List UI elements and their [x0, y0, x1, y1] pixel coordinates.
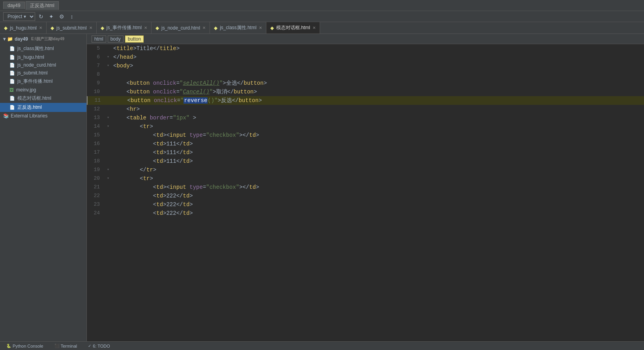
line-num-15: 15	[87, 131, 105, 140]
project-dropdown[interactable]: Project ▾	[3, 12, 35, 21]
breadcrumb-body[interactable]: body	[108, 35, 124, 43]
line-fold-6[interactable]: ▾	[105, 53, 112, 61]
sidebar-item-meinv[interactable]: 🖼 meinv.jpg	[0, 86, 86, 94]
tab-js-hugu[interactable]: ◆ js_hugu.html ✕	[0, 22, 47, 34]
js-node-curd-close[interactable]: ✕	[202, 26, 206, 30]
day49-title-tab[interactable]: day49	[3, 2, 25, 9]
line-num-19: 19	[87, 166, 105, 174]
sidebar-item-js-events[interactable]: 📄 js_事件传播.html	[0, 77, 86, 86]
line-code-11: <button onclick="reverse()">反选</button>	[112, 96, 644, 105]
js-events-file-label: js_事件传播.html	[17, 78, 52, 85]
tab-js-node-curd[interactable]: ◆ js_node_curd.html ✕	[152, 22, 210, 34]
line-code-24: <td>222</td>	[112, 209, 644, 218]
tab-js-class[interactable]: ◆ js_class属性.html ✕	[210, 22, 266, 34]
sidebar-root-folder[interactable]: ▾ 📁 day49 E:\脱产三期\day49	[0, 34, 86, 44]
bottom-bar: 🐍 Python Console ⬛ Terminal ✓ 6: TODO	[0, 341, 644, 350]
line-code-14: <tr>	[112, 122, 644, 131]
js-hugu-label: js_hugu.html	[10, 25, 37, 31]
js-events-file-icon: 📄	[9, 79, 15, 84]
line-num-24: 24	[87, 209, 105, 218]
ext-lib-label: External Libraries	[11, 113, 47, 119]
line-num-20: 20	[87, 174, 105, 183]
breadcrumb-html[interactable]: html	[92, 35, 106, 43]
sidebar-item-external-libraries[interactable]: 📚 External Libraries	[0, 112, 86, 120]
line-fold-13[interactable]: ▾	[105, 114, 112, 122]
sidebar-item-zhengfanxuan[interactable]: 📄 正反选.html	[0, 103, 86, 112]
code-line-21: 21 <td><input type="checkbox"></td>	[87, 183, 644, 192]
js-class-close[interactable]: ✕	[259, 26, 262, 30]
js-class-file-icon: 📄	[9, 46, 15, 51]
code-content[interactable]: 5 <title>Title</title> 6 ▾ </head> 7 ▾ <…	[87, 44, 644, 341]
js-submit-file-icon: 📄	[9, 71, 15, 76]
line-code-13: <table border="1px" >	[112, 114, 644, 122]
bottom-tab-python[interactable]: 🐍 Python Console	[3, 343, 47, 349]
modal-file-label: 模态对话框.html	[17, 95, 51, 102]
sidebar-item-js-node-curd[interactable]: 📄 js_node_curd.html	[0, 61, 86, 69]
sidebar-item-modal[interactable]: 📄 模态对话框.html	[0, 94, 86, 103]
zhengfanxuan-file-label: 正反选.html	[17, 104, 42, 111]
line-num-7: 7	[87, 61, 105, 70]
line-code-19: </tr>	[112, 166, 644, 174]
modal-icon: ◆	[270, 25, 274, 31]
folder-expand-icon: ▾	[3, 36, 6, 42]
sidebar-item-js-hugu[interactable]: 📄 js_hugu.html	[0, 53, 86, 61]
js-hugu-icon: ◆	[4, 25, 7, 31]
line-num-8: 8	[87, 70, 105, 79]
line-num-14: 14	[87, 122, 105, 131]
editor-area: html body button 5 <title>Title</title> …	[87, 34, 644, 341]
code-line-5: 5 <title>Title</title>	[87, 44, 644, 53]
bottom-tab-todo[interactable]: ✓ 6: TODO	[85, 343, 113, 349]
tab-js-submit[interactable]: ◆ js_submit.html ✕	[47, 22, 97, 34]
code-line-14: 14 ▾ <tr>	[87, 122, 644, 131]
code-line-10: 10 <button onclick="Cancel()">取消</button…	[87, 88, 644, 96]
toolbar: Project ▾ ↻ ✦ ⚙ ↕	[0, 11, 644, 22]
tab-modal[interactable]: ◆ 模态对话框.html ✕	[266, 22, 320, 34]
line-num-11: 11	[88, 96, 105, 105]
zhengfanxuan-title-tab[interactable]: 正反选.html	[26, 1, 59, 10]
refresh-button[interactable]: ↻	[37, 12, 45, 21]
tab-js-events[interactable]: ◆ js_事件传播.html ✕	[97, 22, 152, 34]
line-code-5: <title>Title</title>	[112, 44, 644, 53]
line-code-15: <td><input type="checkbox"></td>	[112, 131, 644, 140]
code-line-7: 7 ▾ <body>	[87, 61, 644, 70]
locate-button[interactable]: ✦	[47, 12, 56, 21]
js-hugu-file-label: js_hugu.html	[17, 54, 44, 60]
zhengfanxuan-file-icon: 📄	[9, 105, 15, 110]
line-num-17: 17	[87, 148, 105, 157]
line-code-6: </head>	[112, 53, 644, 61]
meinv-file-icon: 🖼	[9, 88, 14, 92]
code-line-17: 17 <td>111</td>	[87, 148, 644, 157]
line-code-22: <td>222</td>	[112, 192, 644, 200]
js-class-file-label: js_class属性.html	[17, 45, 54, 52]
title-bar: day49 正反选.html	[0, 0, 644, 11]
line-fold-20[interactable]: ▾	[105, 174, 112, 183]
js-hugu-close[interactable]: ✕	[39, 26, 42, 30]
line-fold-19[interactable]: ▾	[105, 166, 112, 174]
line-code-10: <button onclick="Cancel()">取消</button>	[112, 88, 644, 96]
js-node-curd-file-icon: 📄	[9, 63, 15, 68]
collapse-button[interactable]: ↕	[67, 12, 76, 21]
line-code-7: <body>	[112, 61, 644, 70]
js-hugu-file-icon: 📄	[9, 55, 15, 60]
modal-label: 模态对话框.html	[276, 24, 310, 31]
line-num-16: 16	[87, 140, 105, 148]
line-fold-7[interactable]: ▾	[105, 61, 112, 70]
code-line-13: 13 ▾ <table border="1px" >	[87, 114, 644, 122]
bottom-tab-terminal[interactable]: ⬛ Terminal	[51, 343, 80, 349]
modal-close[interactable]: ✕	[313, 26, 316, 30]
js-class-label: js_class属性.html	[220, 24, 256, 31]
sidebar-item-js-class[interactable]: 📄 js_class属性.html	[0, 44, 86, 53]
terminal-icon: ⬛	[54, 344, 59, 348]
breadcrumb-button[interactable]: button	[125, 35, 144, 43]
settings-button[interactable]: ⚙	[57, 12, 66, 21]
js-submit-close[interactable]: ✕	[89, 26, 92, 30]
line-fold-14[interactable]: ▾	[105, 122, 112, 131]
breadcrumb: html body button	[87, 34, 644, 44]
sidebar-item-js-submit[interactable]: 📄 js_submit.html	[0, 69, 86, 77]
line-num-9: 9	[87, 79, 105, 88]
modal-file-icon: 📄	[9, 96, 15, 101]
js-events-close[interactable]: ✕	[144, 26, 147, 30]
line-num-21: 21	[87, 183, 105, 192]
line-code-9: <button onclick="selectAll()">全选</button…	[112, 79, 644, 88]
code-line-18: 18 <td>111</td>	[87, 157, 644, 166]
